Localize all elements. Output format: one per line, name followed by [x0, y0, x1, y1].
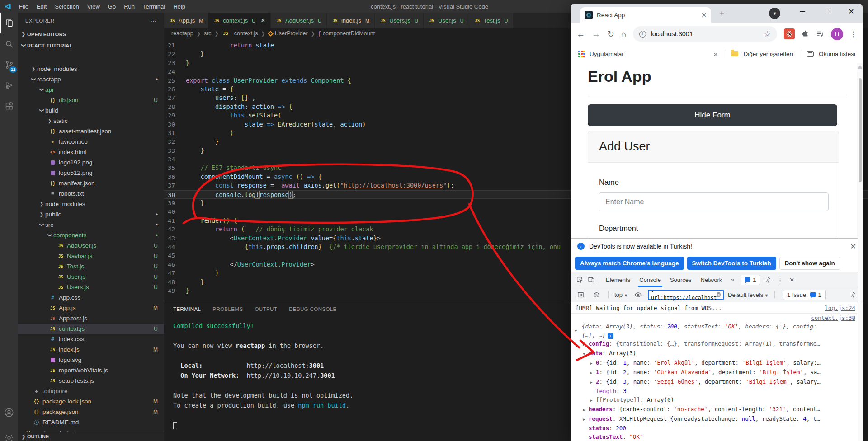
search-icon[interactable]: [0, 33, 18, 54]
tree-item-manifest.json[interactable]: {}manifest.json: [18, 178, 164, 188]
notice-button-switch-devtools-to-turkish[interactable]: Switch DevTools to Turkish: [687, 257, 776, 270]
bookmark-star-icon[interactable]: ☆: [764, 29, 771, 39]
open-editors-section[interactable]: ❯OPEN EDITORS: [18, 28, 164, 40]
console-sidebar-icon[interactable]: [575, 287, 586, 302]
devtools-menu-icon[interactable]: ⋮: [774, 272, 786, 287]
console-property-row[interactable]: ▶2: {id: 3, name: 'Sezgi Güneş', departm…: [571, 377, 863, 387]
console-property-row[interactable]: statusText: "OK": [571, 432, 863, 441]
tree-item-logo512.png[interactable]: logo512.png: [18, 168, 164, 178]
editor-tab-AddUser.js[interactable]: JSAddUser.jsU: [271, 13, 327, 28]
tree-item-public[interactable]: ❯public•: [18, 209, 164, 220]
tree-item-index.html[interactable]: <>index.html: [18, 147, 164, 157]
run-debug-icon[interactable]: [0, 75, 18, 96]
back-icon[interactable]: ←: [576, 30, 585, 38]
hide-form-button[interactable]: Hide Form: [588, 104, 837, 126]
settings-gear-icon[interactable]: [0, 427, 18, 441]
console-property-row[interactable]: length: 3: [571, 387, 863, 395]
tree-item-package.json[interactable]: {}package.jsonM: [18, 407, 164, 417]
console-property-row[interactable]: ▶config: {transitional: {…}, transformRe…: [571, 339, 863, 349]
window-close-button[interactable]: ✕: [841, 4, 861, 19]
tree-item-robots.txt[interactable]: ≡robots.txt: [18, 188, 164, 199]
breadcrumb-src[interactable]: src: [204, 30, 212, 37]
tree-item-build[interactable]: ❯build: [18, 105, 164, 116]
source-link[interactable]: context.js:38: [811, 314, 855, 322]
tree-item-package-lock.json[interactable]: {}package-lock.jsonM: [18, 396, 164, 407]
devtools-close-icon[interactable]: ✕: [786, 272, 798, 287]
menu-go[interactable]: Go: [104, 3, 120, 10]
eye-icon[interactable]: [632, 287, 644, 302]
bookmark-apps[interactable]: Uygulamalar: [590, 51, 624, 57]
browser-tab[interactable]: React App ✕: [580, 7, 711, 23]
notice-button-don-t-show-again[interactable]: Don't show again: [779, 257, 840, 270]
panel-tab-debug-console[interactable]: DEBUG CONSOLE: [289, 306, 337, 314]
console-property-row[interactable]: ▼data: Array(3): [571, 349, 863, 358]
outline-section[interactable]: ❯OUTLINE: [18, 432, 164, 441]
tree-item-node_modules[interactable]: ❯node_modules: [18, 64, 164, 74]
tree-item-App.js[interactable]: JSApp.jsM: [18, 303, 164, 313]
tree-item-App.css[interactable]: #App.css: [18, 292, 164, 303]
inspect-element-icon[interactable]: [574, 272, 585, 287]
project-root-section[interactable]: ❯REACT TUTORIAL: [18, 40, 164, 51]
tree-item-Users.js[interactable]: JSUsers.jsU: [18, 282, 164, 292]
tab-search-icon[interactable]: ▼: [769, 8, 780, 19]
devtools-tab-console[interactable]: Console: [635, 272, 665, 287]
tree-item-src[interactable]: ❯src•: [18, 220, 164, 230]
menu-view[interactable]: View: [83, 3, 104, 10]
breadcrumb-UserProvider[interactable]: UserProvider: [269, 30, 308, 37]
console-property-row[interactable]: ▶headers: {cache-control: 'no-cache', co…: [571, 405, 863, 414]
tree-item-api[interactable]: ❯api: [18, 84, 164, 95]
expand-caret-icon[interactable]: ▶: [590, 396, 596, 405]
menu-selection[interactable]: Selection: [51, 3, 83, 10]
console-object-preview[interactable]: ▼{data: Array(3), status: 200, statusTex…: [571, 322, 863, 339]
devtools-tab-sources[interactable]: Sources: [665, 272, 696, 287]
tree-item-static[interactable]: ❯static: [18, 116, 164, 126]
tab-close-icon[interactable]: ✕: [701, 11, 707, 19]
tree-item-logo192.png[interactable]: logo192.png: [18, 157, 164, 168]
tree-item-README.md[interactable]: iREADME.md: [18, 417, 164, 427]
console-property-row[interactable]: ▶request: XMLHttpRequest {onreadystatech…: [571, 414, 863, 424]
breadcrumb-context.js[interactable]: JScontext.js: [222, 30, 258, 37]
panel-tab-problems[interactable]: PROBLEMS: [212, 306, 243, 314]
breadcrumb-reactapp[interactable]: reactapp: [171, 30, 193, 37]
editor-tab-App.js[interactable]: JSApp.jsM: [164, 13, 208, 28]
tab-close-icon[interactable]: ✕: [260, 17, 265, 24]
menu-file[interactable]: File: [15, 3, 33, 10]
extensions-icon[interactable]: [0, 96, 18, 117]
name-input[interactable]: [599, 192, 829, 211]
tree-item-reactapp[interactable]: ❯reactapp•: [18, 74, 164, 84]
bookmark-reading-list[interactable]: Okuma listesi: [819, 51, 855, 57]
tree-item-.gitignore[interactable]: ◆.gitignore: [18, 386, 164, 396]
notice-button-always-match-chrome-s-language[interactable]: Always match Chrome's language: [575, 257, 684, 270]
tree-item-App.test.js[interactable]: JSApp.test.js: [18, 313, 164, 324]
editor-tab-Users.js[interactable]: JSUsers.jsU: [375, 13, 424, 28]
reload-icon[interactable]: ↻: [607, 30, 614, 38]
editor-tab-context.js[interactable]: JScontext.jsU✕: [208, 13, 271, 28]
tree-item-index.js[interactable]: JSindex.jsM: [18, 344, 164, 355]
panel-tab-output[interactable]: OUTPUT: [255, 306, 277, 314]
react-devtools-extension-icon[interactable]: [784, 28, 795, 39]
expand-caret-icon[interactable]: ▼: [575, 327, 577, 335]
devtools-scrollbar[interactable]: [858, 69, 863, 441]
clear-filter-icon[interactable]: ✕: [717, 292, 721, 297]
breadcrumb-componentDidMount[interactable]: ƒcomponentDidMount: [318, 30, 375, 37]
tree-item-reportWebVitals.js[interactable]: JSreportWebVitals.js: [18, 365, 164, 375]
source-control-icon[interactable]: 12: [0, 54, 18, 75]
console-filter-input[interactable]: -url:https://localhost ✕: [648, 290, 724, 300]
tree-item-db.json[interactable]: {}db.jsonU: [18, 95, 164, 105]
tree-item-asset-manifest.json[interactable]: {}asset-manifest.json: [18, 126, 164, 136]
apps-grid-icon[interactable]: [578, 51, 585, 57]
account-icon[interactable]: [0, 402, 18, 423]
tree-item-context.js[interactable]: JScontext.jsU: [18, 324, 164, 334]
tree-item-components[interactable]: ❯components•: [18, 230, 164, 240]
notice-close-icon[interactable]: ✕: [850, 242, 856, 251]
console-context-selector[interactable]: top▼: [614, 291, 628, 298]
tree-item-User.js[interactable]: JSUser.jsU: [18, 272, 164, 282]
profile-avatar[interactable]: H: [831, 28, 843, 40]
expand-caret-icon[interactable]: ▶: [590, 378, 596, 387]
log-levels-selector[interactable]: Default levels▼: [728, 291, 769, 298]
tree-item-setupTests.js[interactable]: JSsetupTests.js: [18, 375, 164, 386]
panel-tab-terminal[interactable]: TERMINAL: [173, 306, 201, 314]
expand-caret-icon[interactable]: ▶: [590, 359, 596, 368]
expand-caret-icon[interactable]: ▶: [583, 340, 589, 349]
bookmarks-overflow-icon[interactable]: »: [714, 50, 717, 57]
